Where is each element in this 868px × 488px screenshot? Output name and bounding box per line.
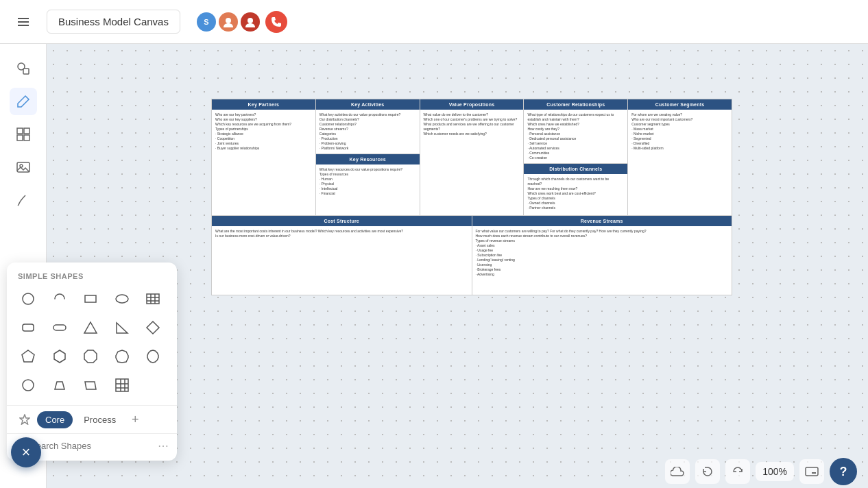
shapes-panel: SIMPLE SHAPES — [7, 263, 177, 461]
sidebar-icon-grid[interactable] — [10, 121, 37, 148]
sidebar-icon-edit[interactable] — [10, 88, 37, 115]
shape-decagon[interactable] — [109, 343, 135, 369]
bmc-customer-segments[interactable]: Customer Segments For whom are we creati… — [628, 99, 732, 215]
bmc-value-propositions-header: Value Propositions — [420, 99, 524, 110]
shapes-grid — [7, 286, 177, 405]
svg-marker-41 — [55, 382, 64, 389]
svg-marker-42 — [85, 382, 96, 389]
bmc-key-partners-content: Who are our key partners? Who are our ke… — [212, 110, 315, 164]
shape-rounded-rect[interactable] — [15, 315, 41, 341]
bmc-value-propositions-content: What value do we deliver to the customer… — [420, 110, 524, 164]
svg-rect-7 — [17, 128, 23, 134]
shapes-section-label: SIMPLE SHAPES — [7, 263, 177, 286]
shape-dodecagon[interactable] — [140, 343, 166, 369]
bmc-revenue-header: Revenue Streams — [472, 216, 732, 226]
shape-hexagon[interactable] — [47, 343, 73, 369]
svg-point-22 — [23, 293, 34, 304]
svg-marker-34 — [147, 321, 159, 334]
shape-empty[interactable] — [140, 372, 166, 398]
bmc-diagram: Key Partners Who are our key partners? W… — [211, 99, 732, 295]
svg-rect-23 — [85, 295, 96, 302]
bmc-cr-dc: Customer Relationships What type of rela… — [524, 99, 628, 215]
bmc-dc-content: Through which channels do our customers … — [524, 174, 627, 215]
document-title[interactable]: Business Model Canvas — [47, 10, 180, 34]
sidebar-icon-image[interactable] — [10, 154, 37, 181]
shape-circle[interactable] — [15, 286, 41, 312]
bmc-cost-header: Cost Structure — [212, 216, 472, 226]
tab-icon-star[interactable] — [15, 410, 34, 429]
keyboard-button[interactable] — [799, 459, 824, 484]
bmc-key-activities-header: Key Activities — [316, 99, 420, 110]
tab-add-button[interactable]: + — [127, 411, 143, 428]
bmc-cr-header: Customer Relationships — [524, 99, 627, 110]
bmc-key-partners[interactable]: Key Partners Who are our key partners? W… — [212, 99, 316, 215]
svg-rect-8 — [24, 128, 29, 134]
bmc-key-activities[interactable]: Key Activities What key activities do ou… — [316, 99, 420, 154]
menu-button[interactable] — [11, 10, 36, 34]
shape-diamond[interactable] — [140, 315, 166, 341]
bmc-customer-relationships[interactable]: Customer Relationships What type of rela… — [524, 99, 627, 164]
bmc-revenue-content: For what value our customers are willing… — [472, 226, 732, 295]
shape-octagon[interactable] — [77, 343, 104, 369]
shape-trapezoid[interactable] — [47, 372, 73, 398]
svg-marker-48 — [20, 415, 29, 424]
shape-rectangle[interactable] — [77, 286, 104, 312]
fab-close-button[interactable]: × — [11, 437, 41, 467]
svg-marker-33 — [117, 323, 128, 333]
svg-rect-30 — [23, 324, 34, 331]
shape-pentagon[interactable] — [15, 343, 41, 369]
help-button[interactable]: ? — [830, 458, 857, 485]
bottom-toolbar: 100% ? — [93, 455, 868, 488]
shape-table[interactable] — [140, 286, 166, 312]
undo-button[interactable] — [695, 459, 720, 484]
svg-rect-25 — [147, 294, 159, 304]
shape-arc[interactable] — [47, 286, 73, 312]
shape-parallelogram[interactable] — [77, 372, 104, 398]
more-options-icon[interactable]: ⋯ — [158, 439, 169, 452]
tab-process[interactable]: Process — [75, 411, 124, 428]
shape-right-triangle[interactable] — [109, 315, 135, 341]
sidebar-icon-shapes[interactable] — [10, 55, 37, 82]
svg-marker-36 — [54, 350, 65, 363]
avatar-2 — [219, 12, 238, 32]
bmc-top-row: Key Partners Who are our key partners? W… — [212, 99, 732, 216]
shape-stadium[interactable] — [47, 315, 73, 341]
tab-core[interactable]: Core — [37, 411, 73, 428]
shapes-tabs: Core Process + — [7, 405, 177, 433]
bmc-key-resources-header: Key Resources — [316, 154, 420, 164]
svg-marker-32 — [84, 322, 97, 333]
sidebar-icon-draw[interactable] — [10, 186, 37, 214]
svg-rect-6 — [23, 69, 29, 74]
svg-rect-13 — [806, 467, 818, 476]
zoom-level: 100% — [756, 462, 794, 481]
bmc-dc-header: Distribution Channels — [524, 164, 627, 174]
shape-triangle[interactable] — [77, 315, 104, 341]
call-button[interactable] — [265, 11, 287, 33]
bmc-key-resources[interactable]: Key Resources What key resources do our … — [316, 154, 420, 206]
svg-rect-43 — [116, 379, 128, 391]
svg-point-24 — [116, 295, 128, 303]
svg-rect-10 — [24, 135, 29, 141]
avatar-3 — [241, 12, 260, 32]
svg-rect-9 — [17, 135, 23, 141]
bmc-activities-resources: Key Activities What key activities do ou… — [316, 99, 420, 215]
bmc-cost-content: What are the most important costs inhere… — [212, 226, 472, 295]
bmc-revenue-streams[interactable]: Revenue Streams For what value our custo… — [472, 216, 732, 295]
bmc-distribution-channels[interactable]: Distribution Channels Through which chan… — [524, 164, 627, 215]
bmc-cs-header: Customer Segments — [628, 99, 732, 110]
bmc-cost-structure[interactable]: Cost Structure What are the most importa… — [212, 216, 472, 295]
svg-marker-35 — [22, 350, 34, 362]
redo-button[interactable] — [725, 459, 750, 484]
svg-marker-37 — [84, 350, 97, 363]
bmc-cs-content: For whom are we creating value? Who are … — [628, 110, 732, 164]
shape-grid2[interactable] — [109, 372, 135, 398]
bmc-key-partners-header: Key Partners — [212, 99, 315, 110]
shape-ellipse[interactable] — [109, 286, 135, 312]
shape-circle-2[interactable] — [15, 372, 41, 398]
svg-marker-38 — [116, 350, 128, 363]
svg-point-4 — [248, 18, 253, 23]
bmc-value-propositions[interactable]: Value Propositions What value do we deli… — [420, 99, 525, 215]
cloud-save-button[interactable] — [665, 459, 690, 484]
search-input[interactable] — [30, 441, 152, 451]
bmc-key-resources-content: What key resources do our value proposit… — [316, 164, 420, 206]
